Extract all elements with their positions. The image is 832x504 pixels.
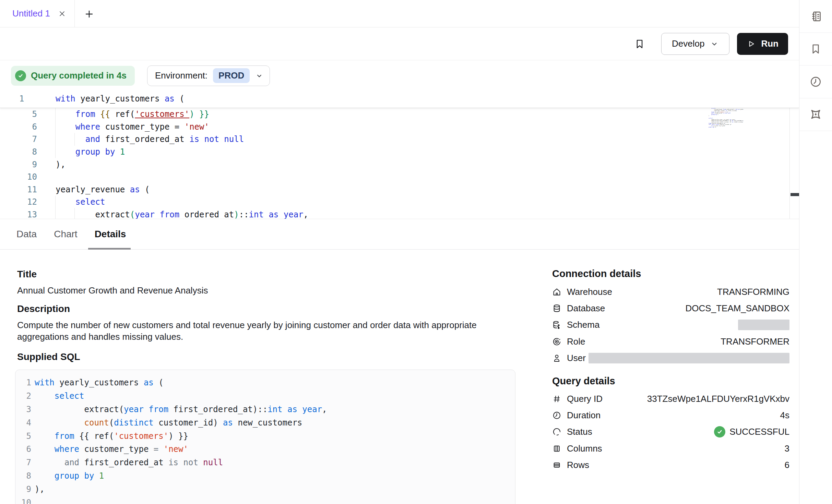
new-tab-plus-icon[interactable] [83, 8, 95, 20]
schema-icon [552, 320, 561, 329]
sidebar-notebook-icon[interactable] [799, 0, 832, 33]
close-icon[interactable] [58, 9, 67, 18]
row-label: Warehouse [567, 287, 612, 297]
title-value: Annual Customer Growth and Revenue Analy… [17, 285, 208, 296]
editor-minimap[interactable]: with yearly_customers as ( select extrac… [709, 94, 789, 217]
description-heading: Description [17, 303, 70, 314]
sql-code-line: 9), [15, 482, 515, 496]
sticky-scroll-line: 1 with yearly_customers as ( [0, 91, 799, 108]
sidebar-history-clock-icon[interactable] [799, 65, 832, 98]
line-number: 8 [0, 147, 37, 157]
tab-title: Untitled 1 [12, 8, 50, 19]
code-line: 13 extract(year from ordered_at)::int as… [0, 208, 799, 219]
row-label: Rows [567, 460, 589, 470]
row-label: Status [567, 427, 592, 437]
row-value: DOCS_TEAM_SANDBOX [686, 303, 789, 314]
description-value: Compute the number of new customers and … [17, 319, 497, 343]
editor-tab-strip: Untitled 1 [0, 0, 799, 27]
editor-scrollbar[interactable] [789, 91, 799, 219]
connection-row-user: User [552, 350, 789, 367]
supplied-sql-code-block: 1with yearly_customers as (2 select3 ext… [15, 370, 515, 504]
results-tab-chart[interactable]: Chart [54, 219, 77, 250]
sql-code-line: 2 select [15, 389, 515, 403]
row-value: TRANSFORMER [721, 336, 789, 347]
scrollbar-thumb[interactable] [791, 193, 799, 196]
indent-guide [74, 208, 75, 219]
toolbar: Develop Run [0, 27, 799, 60]
user-redacted-value [589, 353, 789, 363]
details-panel: Title Annual Customer Growth and Revenue… [0, 250, 799, 504]
bookmark-icon[interactable] [634, 38, 645, 50]
connection-row-schema: Schema [552, 317, 789, 333]
right-icon-sidebar [799, 0, 832, 504]
results-tab-data[interactable]: Data [16, 219, 37, 250]
status-value: SUCCESSFUL [714, 426, 789, 437]
sql-code-line: 4 count(distinct customer_id) as new_cus… [15, 416, 515, 429]
sql-code-line: 10 [15, 496, 515, 504]
code-line: 12 select [0, 196, 799, 208]
sql-code-line: 7 and first_ordered_at is not null [15, 456, 515, 469]
query-row-columns: Columns3 [552, 440, 789, 457]
line-number: 6 [0, 122, 37, 132]
rows-icon [552, 460, 561, 470]
line-number: 3 [15, 405, 31, 414]
code-line: 8 group by 1 [0, 146, 799, 158]
line-number: 7 [15, 458, 31, 467]
code-line: 5 from {{ ref('customers') }} [0, 108, 799, 121]
query-status-text: Query completed in 4s [31, 70, 127, 81]
columns-icon [552, 444, 561, 453]
spinner-icon [552, 427, 561, 436]
line-number: 4 [15, 418, 31, 428]
row-label: Duration [567, 410, 601, 421]
sidebar-bookmark-icon[interactable] [799, 33, 832, 66]
line-number: 9 [0, 160, 37, 169]
indent-guide [74, 133, 75, 146]
row-label: Role [567, 336, 585, 347]
check-circle-icon [15, 70, 26, 81]
row-value: 3 [785, 443, 789, 454]
sql-editor[interactable]: 5 from {{ ref('customers') }}6 where cus… [0, 91, 799, 219]
line-number: 10 [0, 172, 37, 182]
sql-code-line: 6 where customer_type = 'new' [15, 443, 515, 456]
schema-redacted-value [738, 320, 789, 330]
hash-icon [552, 394, 561, 404]
develop-dropdown[interactable]: Develop [661, 33, 729, 55]
environment-selector[interactable]: Environment: PROD [147, 65, 270, 86]
environment-label: Environment: [155, 70, 207, 81]
run-button[interactable]: Run [737, 33, 788, 55]
user-icon [552, 353, 561, 363]
query-row-status: StatusSUCCESSFUL [552, 424, 789, 440]
sidebar-spark-icon[interactable] [799, 98, 832, 131]
clock-icon [552, 411, 561, 420]
code-line: 7 and first_ordered_at is not null [0, 133, 799, 146]
play-icon [747, 39, 756, 48]
code-line: with yearly_customers as ( [56, 94, 185, 104]
query-row-query-id: Query ID33TZseWpe1ALFDUYerxR1gVKxbv [552, 391, 789, 407]
indent-guide [55, 108, 56, 158]
query-row-rows: Rows6 [552, 457, 789, 473]
line-number: 1 [15, 378, 31, 387]
query-details-heading: Query details [552, 375, 615, 387]
tab-untitled-1[interactable]: Untitled 1 [0, 0, 75, 27]
code-line: 9), [0, 158, 799, 171]
results-tab-details[interactable]: Details [95, 219, 126, 250]
row-value: 4s [780, 410, 789, 421]
sql-code-line: 5 from {{ ref('customers') }} [15, 429, 515, 443]
row-value: 33TZseWpe1ALFDUYerxR1gVKxbv [647, 394, 789, 404]
code-line: 10 [0, 171, 799, 183]
row-label: Columns [567, 443, 602, 454]
line-number: 11 [0, 185, 37, 194]
line-number: 12 [0, 197, 37, 207]
line-number: 2 [15, 391, 31, 401]
row-label: Query ID [567, 394, 603, 404]
line-number: 5 [0, 109, 37, 119]
line-number: 1 [19, 94, 24, 104]
row-value: 6 [785, 460, 789, 470]
sql-code-line: 3 extract(year from first_ordered_at)::i… [15, 403, 515, 416]
check-circle-icon [714, 426, 725, 437]
results-tab-bar: DataChartDetails [0, 219, 799, 250]
row-label: User [567, 353, 586, 363]
indent-guide [55, 196, 56, 219]
line-number: 7 [0, 134, 37, 144]
develop-label: Develop [672, 38, 704, 49]
